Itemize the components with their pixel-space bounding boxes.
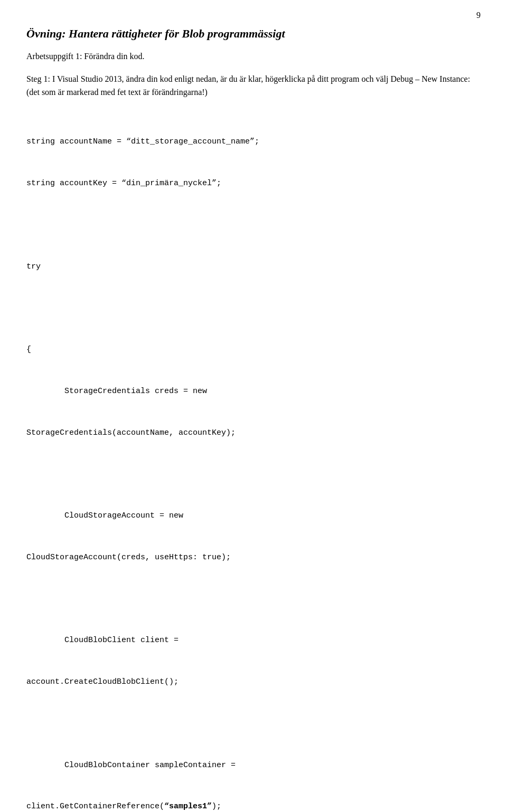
page-number: 9	[476, 11, 481, 20]
code-line-17-normal: client.GetContainerReference(	[26, 802, 164, 811]
code-line-1: string accountName = “ditt_storage_accou…	[26, 135, 481, 149]
step-description-text: Steg 1: I Visual Studio 2013, ändra din …	[26, 74, 470, 83]
step-note: (det som är markerad med fet text är för…	[26, 88, 208, 97]
task-label: Arbetsuppgift 1: Förändra din kod.	[26, 50, 481, 63]
code-line-4: try	[26, 260, 481, 274]
code-line-15	[26, 717, 481, 731]
code-line-10: CloudStorageAccount = new	[26, 509, 481, 523]
code-line-2: string accountKey = “din_primära_nyckel”…	[26, 177, 481, 190]
code-line-13: CloudBlobClient client =	[26, 634, 481, 647]
code-line-3	[26, 218, 481, 232]
code-line-16: CloudBlobContainer sampleContainer =	[26, 759, 481, 772]
code-line-17: client.GetContainerReference(“samples1”)…	[26, 800, 481, 812]
code-line-6: {	[26, 343, 481, 357]
code-line-17-end: );	[212, 802, 221, 811]
code-line-12	[26, 593, 481, 606]
code-line-8: StorageCredentials(accountName, accountK…	[26, 426, 481, 440]
code-line-5	[26, 301, 481, 315]
code-block: string accountName = “ditt_storage_accou…	[26, 108, 481, 812]
code-line-17-bold: “samples1”	[164, 802, 212, 811]
code-line-9	[26, 467, 481, 481]
code-line-14: account.CreateCloudBlobClient();	[26, 675, 481, 689]
code-line-11: CloudStorageAccount(creds, useHttps: tru…	[26, 551, 481, 565]
page-title: Övning: Hantera rättigheter för Blob pro…	[26, 26, 481, 42]
step-description: Steg 1: I Visual Studio 2013, ändra din …	[26, 72, 481, 99]
code-line-7: StorageCredentials creds = new	[26, 385, 481, 398]
